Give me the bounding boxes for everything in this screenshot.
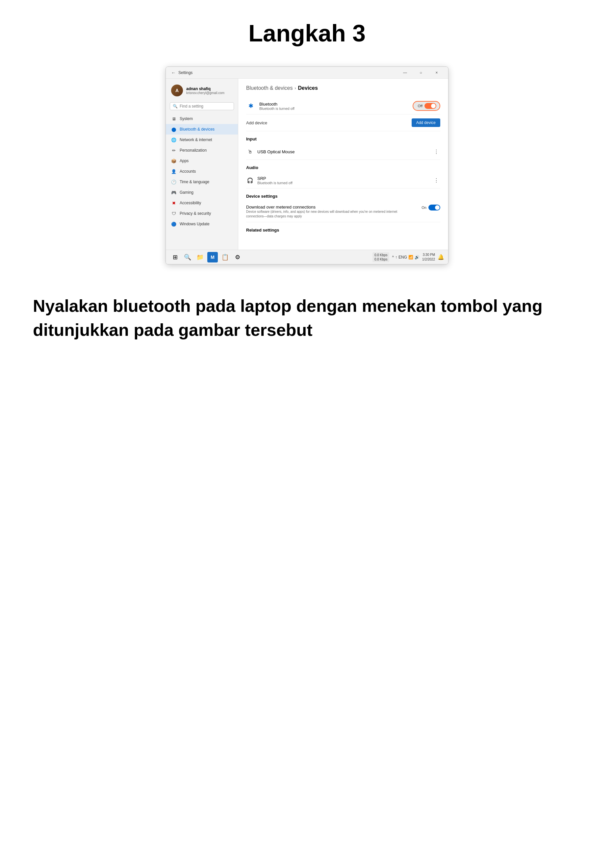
network-speed: 0.0 Kbps 0.0 Kbps <box>373 252 389 262</box>
download-speed: 0.0 Kbps <box>375 257 387 262</box>
toggle-switch-on[interactable] <box>428 205 440 211</box>
window-controls: — ○ × <box>398 67 444 78</box>
download-metered-info: Download over metered connections Device… <box>246 205 404 219</box>
add-device-text: Add device <box>246 120 267 125</box>
taskbar-time-value: 3:30 PM <box>422 253 435 257</box>
breadcrumb: Bluetooth & devices › Devices <box>246 85 440 91</box>
bluetooth-toggle[interactable]: Off <box>413 101 440 111</box>
toggle-on-label: On <box>421 206 426 209</box>
sidebar-item-label: Personalization <box>180 148 207 153</box>
audio-section-heading: Audio <box>246 165 440 170</box>
tray-wifi-icon: 📶 <box>408 255 413 259</box>
accounts-icon: 👤 <box>171 169 176 174</box>
audio-device-options[interactable]: ⋮ <box>432 176 440 185</box>
window-body: A adnan shafiq krisnov.cheryl@gmail.com … <box>166 79 448 250</box>
tray-chevron[interactable]: ^ <box>392 255 394 259</box>
sidebar-item-label: Windows Update <box>180 222 210 226</box>
sidebar-item-personalization[interactable]: ✏ Personalization <box>166 145 238 156</box>
back-button[interactable]: ← <box>171 70 176 75</box>
page-title-container: Langkah 3 <box>0 0 614 60</box>
breadcrumb-current: Devices <box>298 85 318 91</box>
sidebar-item-label: Gaming <box>180 190 193 195</box>
windows-taskbar: ⊞ 🔍 📁 M 📋 ⚙ 0.0 Kbps 0.0 Kbps ^ ↑ ENG 📶 … <box>166 250 448 264</box>
bluetooth-text: Bluetooth Bluetooth is turned off <box>259 102 294 110</box>
sidebar-search[interactable]: 🔍 <box>170 102 234 110</box>
sidebar-item-label: Privacy & security <box>180 211 211 216</box>
toggle-knob <box>431 104 436 108</box>
taskbar-icon-m[interactable]: M <box>207 252 218 262</box>
sidebar-item-accounts[interactable]: 👤 Accounts <box>166 166 238 177</box>
add-device-row: Add device Add device <box>246 115 440 131</box>
audio-device-subtitle: Bluetooth is turned off <box>257 181 292 185</box>
bluetooth-subtitle: Bluetooth is turned off <box>259 107 294 110</box>
settings-taskbar-icon[interactable]: ⚙ <box>232 252 243 262</box>
audio-device-left: 🎧 SRP Bluetooth is turned off <box>246 176 292 185</box>
sidebar-item-network[interactable]: 🌐 Network & internet <box>166 135 238 145</box>
minimize-button[interactable]: — <box>398 67 413 78</box>
start-icon[interactable]: ⊞ <box>170 252 180 262</box>
add-device-button[interactable]: Add device <box>412 118 440 127</box>
related-settings-section: Related settings <box>246 228 440 232</box>
notes-icon[interactable]: 📋 <box>220 252 230 262</box>
tray-upload-icon: ↑ <box>395 255 397 259</box>
titlebar-label: Settings <box>178 70 193 75</box>
input-device-name: USB Optical Mouse <box>257 149 294 154</box>
bluetooth-info: ✱ Bluetooth Bluetooth is turned off <box>246 101 294 110</box>
sidebar-item-privacy[interactable]: 🛡 Privacy & security <box>166 208 238 219</box>
settings-sidebar: A adnan shafiq krisnov.cheryl@gmail.com … <box>166 79 238 250</box>
gaming-icon: 🎮 <box>171 190 176 195</box>
mouse-icon: 🖱 <box>246 148 254 156</box>
notification-icon[interactable]: 🔔 <box>438 254 444 260</box>
sidebar-item-time[interactable]: 🕐 Time & language <box>166 177 238 187</box>
breadcrumb-separator: › <box>294 86 296 90</box>
download-metered-toggle[interactable]: On <box>421 205 440 211</box>
system-icon: 🖥 <box>171 116 176 121</box>
taskbar-left: ⊞ 🔍 📁 M 📋 ⚙ <box>170 252 243 262</box>
file-explorer-icon[interactable]: 📁 <box>195 252 205 262</box>
sidebar-item-label: Apps <box>180 158 188 163</box>
restore-button[interactable]: ○ <box>413 67 428 78</box>
taskbar-clock[interactable]: 3:30 PM 1/2/2022 <box>422 253 435 262</box>
user-name: adnan shafiq <box>186 87 224 91</box>
toggle-off-label: Off <box>418 104 423 108</box>
input-section-heading: Input <box>246 136 440 141</box>
tray-lang[interactable]: ENG <box>398 255 407 259</box>
toggle-switch-off[interactable] <box>424 103 436 109</box>
sidebar-item-bluetooth[interactable]: ⬤ Bluetooth & devices <box>166 124 238 135</box>
apps-icon: 📦 <box>171 158 176 163</box>
device-settings-section: Device settings Download over metered co… <box>246 194 440 222</box>
avatar: A <box>171 85 183 96</box>
input-device-row: 🖱 USB Optical Mouse ⋮ <box>246 144 440 160</box>
upload-speed: 0.0 Kbps <box>375 253 387 257</box>
audio-device-row: 🎧 SRP Bluetooth is turned off ⋮ <box>246 173 440 189</box>
sidebar-item-system[interactable]: 🖥 System <box>166 113 238 124</box>
sidebar-item-gaming[interactable]: 🎮 Gaming <box>166 187 238 198</box>
breadcrumb-parent[interactable]: Bluetooth & devices <box>246 85 292 91</box>
sidebar-item-accessibility[interactable]: ✖ Accessibility <box>166 198 238 208</box>
titlebar-left: ← Settings <box>171 70 193 75</box>
window-titlebar: ← Settings — ○ × <box>166 67 448 79</box>
network-icon: 🌐 <box>171 137 176 143</box>
search-taskbar-icon[interactable]: 🔍 <box>182 252 193 262</box>
sidebar-item-apps[interactable]: 📦 Apps <box>166 156 238 166</box>
user-profile: A adnan shafiq krisnov.cheryl@gmail.com <box>166 81 238 101</box>
search-input[interactable] <box>180 104 231 108</box>
user-email: krisnov.cheryl@gmail.com <box>186 91 224 95</box>
page-title: Langkah 3 <box>0 20 614 47</box>
download-metered-row: Download over metered connections Device… <box>246 201 440 222</box>
download-metered-subtitle: Device software (drivers, info, and apps… <box>246 209 404 219</box>
input-device-options[interactable]: ⋮ <box>432 147 440 156</box>
download-metered-title: Download over metered connections <box>246 205 404 209</box>
bluetooth-device-icon: ✱ <box>246 101 255 110</box>
audio-device-name: SRP <box>257 176 292 181</box>
audio-device-icon: 🎧 <box>246 177 254 184</box>
bluetooth-row: ✱ Bluetooth Bluetooth is turned off Off <box>246 98 440 115</box>
sidebar-item-update[interactable]: 🔵 Windows Update <box>166 219 238 229</box>
close-button[interactable]: × <box>429 67 444 78</box>
device-settings-heading: Device settings <box>246 194 440 198</box>
toggle-knob-on <box>435 205 440 210</box>
input-device-left: 🖱 USB Optical Mouse <box>246 148 294 156</box>
accessibility-icon: ✖ <box>171 200 176 206</box>
taskbar-right: 0.0 Kbps 0.0 Kbps ^ ↑ ENG 📶 🔊 3:30 PM 1/… <box>373 252 444 262</box>
sidebar-item-label: System <box>180 116 193 121</box>
